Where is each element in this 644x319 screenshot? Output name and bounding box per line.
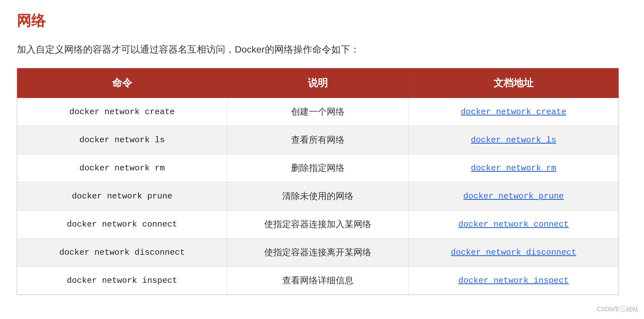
cell-command: docker network create [17,98,227,126]
table-row: docker network inspect查看网络详细信息docker net… [17,267,619,295]
cell-doc-link[interactable]: docker network inspect [409,267,619,295]
cell-doc-link[interactable]: docker network rm [409,154,619,182]
col-header-description: 说明 [227,68,408,98]
cell-description: 使指定容器连接加入某网络 [227,210,408,239]
watermark: CSDN学三硅站 [597,305,638,313]
cell-doc-link[interactable]: docker network create [409,98,619,126]
cell-doc-link[interactable]: docker network prune [409,182,619,210]
cell-description: 查看网络详细信息 [227,267,408,295]
cell-command: docker network inspect [17,267,227,295]
cell-command: docker network connect [17,210,227,239]
table-row: docker network ls查看所有网络docker network ls [17,126,619,154]
cell-command: docker network rm [17,154,227,182]
table-row: docker network disconnect使指定容器连接离开某网络doc… [17,239,619,267]
cell-doc-link[interactable]: docker network ls [409,126,619,154]
cell-description: 使指定容器连接离开某网络 [227,239,408,267]
table-row: docker network prune清除未使用的网络docker netwo… [17,182,619,210]
cell-doc-link[interactable]: docker network connect [409,210,619,239]
table-row: docker network connect使指定容器连接加入某网络docker… [17,210,619,239]
cell-description: 查看所有网络 [227,126,408,154]
cell-description: 清除未使用的网络 [227,182,408,210]
table-row: docker network create创建一个网络docker networ… [17,98,619,126]
cell-command: docker network prune [17,182,227,210]
cell-doc-link[interactable]: docker network disconnect [409,239,619,267]
col-header-doc: 文档地址 [409,68,619,98]
cell-description: 删除指定网络 [227,154,408,182]
cell-description: 创建一个网络 [227,98,408,126]
col-header-command: 命令 [17,68,227,98]
docker-network-table: 命令 说明 文档地址 docker network create创建一个网络do… [17,68,619,295]
table-row: docker network rm删除指定网络docker network rm [17,154,619,182]
table-header-row: 命令 说明 文档地址 [17,68,619,98]
cell-command: docker network disconnect [17,239,227,267]
page-title: 网络 [17,11,627,31]
page-description: 加入自定义网络的容器才可以通过容器名互相访问，Docker的网络操作命令如下： [17,42,627,57]
cell-command: docker network ls [17,126,227,154]
